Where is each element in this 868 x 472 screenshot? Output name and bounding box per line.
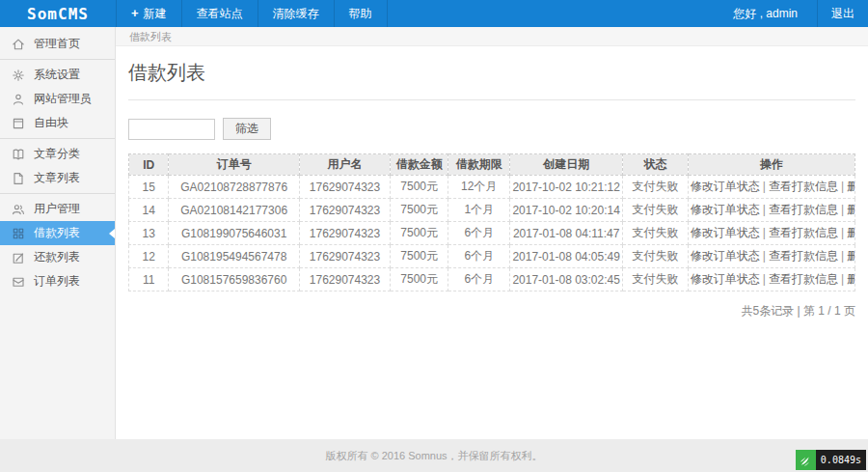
- cell-order_no: G108195494567478: [169, 245, 300, 268]
- action-separator: |: [841, 203, 844, 216]
- sidebar-group-4: 用户管理借款列表还款列表订单列表: [0, 194, 115, 296]
- sidebar-item-label: 网站管理员: [34, 91, 92, 107]
- cell-amount: 7500元: [391, 245, 448, 268]
- table-body: 15GA02108728877876176290743237500元12个月20…: [129, 176, 855, 292]
- menu-item-label: 帮助: [349, 7, 372, 20]
- action-view-payment-info[interactable]: 查看打款信息: [769, 180, 838, 193]
- sidebar-item[interactable]: 文章分类: [0, 142, 115, 166]
- sidebar-item[interactable]: 用户管理: [0, 197, 115, 221]
- sidebar-item[interactable]: 自由块: [0, 111, 115, 135]
- sidebar-item-label: 系统设置: [34, 67, 80, 83]
- action-separator: |: [763, 226, 766, 239]
- user-icon: [12, 93, 25, 106]
- filter-button[interactable]: 筛选: [223, 118, 271, 140]
- sidebar: 管理首页系统设置网站管理员自由块文章分类文章列表用户管理借款列表还款列表订单列表: [0, 27, 116, 439]
- copyright-text: 版权所有 © 2016 Somnus，并保留所有权利。: [325, 449, 542, 463]
- cell-amount: 7500元: [391, 199, 448, 222]
- menu-item-2[interactable]: 查看站点: [181, 0, 258, 27]
- sidebar-item-label: 文章分类: [34, 146, 80, 162]
- action-separator: |: [841, 180, 844, 193]
- column-header: 创建日期: [510, 154, 623, 176]
- action-view-payment-info[interactable]: 查看打款信息: [769, 272, 838, 286]
- sidebar-item[interactable]: 系统设置: [0, 63, 115, 87]
- filter-row: 筛选: [128, 118, 855, 140]
- menu-item-label: 清除缓存: [273, 7, 319, 20]
- column-header: 借款期限: [448, 154, 510, 176]
- grid-icon: [12, 227, 25, 240]
- action-edit-order-status[interactable]: 修改订单状态: [691, 249, 760, 263]
- title-divider: [128, 99, 855, 100]
- render-time: 0.0849s: [816, 450, 866, 470]
- menu-item-3[interactable]: 清除缓存: [258, 0, 334, 27]
- cell-actions: 修改订单状态|查看打款信息|删除订单: [688, 268, 854, 292]
- cell-term: 1个月: [448, 199, 510, 222]
- cell-amount: 7500元: [391, 268, 448, 292]
- filter-input[interactable]: [128, 119, 215, 140]
- action-edit-order-status[interactable]: 修改订单状态: [691, 226, 760, 239]
- cell-id: 15: [129, 176, 169, 199]
- action-delete-order[interactable]: 删除订单: [847, 272, 854, 286]
- sidebar-item-label: 文章列表: [34, 170, 80, 186]
- cell-username: 17629074323: [299, 222, 390, 245]
- menu-item-1[interactable]: +新建: [116, 0, 181, 27]
- sidebar-item[interactable]: 网站管理员: [0, 87, 115, 111]
- action-separator: |: [763, 272, 766, 286]
- action-view-payment-info[interactable]: 查看打款信息: [769, 249, 838, 263]
- sidebar-item-label: 订单列表: [34, 273, 80, 290]
- sidebar-group-3: 文章分类文章列表: [0, 139, 115, 194]
- cell-status: 支付失败: [623, 222, 689, 245]
- plus-icon: +: [131, 6, 139, 20]
- cell-term: 6个月: [448, 245, 510, 268]
- mail-icon: [12, 275, 25, 289]
- action-separator: |: [763, 180, 766, 193]
- cell-created: 2017-01-08 04:11:47: [510, 222, 623, 245]
- logout-button[interactable]: 退出: [817, 0, 868, 27]
- cell-order_no: GA02108728877876: [169, 176, 300, 199]
- cell-username: 17629074323: [299, 245, 390, 268]
- app-logo[interactable]: SomCMS: [0, 0, 116, 27]
- cell-actions: 修改订单状态|查看打款信息|删除订单: [688, 222, 854, 245]
- action-edit-order-status[interactable]: 修改订单状态: [691, 272, 760, 286]
- sidebar-item[interactable]: 文章列表: [0, 166, 115, 190]
- sidebar-item[interactable]: 管理首页: [0, 32, 115, 56]
- cell-id: 11: [129, 268, 169, 292]
- action-edit-order-status[interactable]: 修改订单状态: [691, 180, 760, 193]
- action-view-payment-info[interactable]: 查看打款信息: [769, 203, 838, 216]
- action-separator: |: [763, 203, 766, 216]
- cell-amount: 7500元: [391, 222, 448, 245]
- debug-badge[interactable]: 0.0849s: [796, 450, 866, 470]
- user-greeting: 您好 , admin: [714, 0, 817, 27]
- sidebar-item[interactable]: 还款列表: [0, 245, 115, 269]
- cell-status: 支付失败: [623, 268, 689, 292]
- column-header: 操作: [688, 154, 854, 176]
- layout: 管理首页系统设置网站管理员自由块文章分类文章列表用户管理借款列表还款列表订单列表…: [0, 27, 868, 439]
- footer: 版权所有 © 2016 Somnus，并保留所有权利。: [0, 439, 868, 472]
- action-view-payment-info[interactable]: 查看打款信息: [769, 226, 838, 239]
- action-delete-order[interactable]: 删除订单: [847, 180, 854, 193]
- topbar-menu: +新建查看站点清除缓存帮助: [116, 0, 388, 27]
- sidebar-item[interactable]: 借款列表: [0, 221, 115, 245]
- action-edit-order-status[interactable]: 修改订单状态: [691, 203, 760, 216]
- cell-actions: 修改订单状态|查看打款信息|删除订单: [688, 176, 854, 199]
- main-area: 借款列表 借款列表 筛选 ID订单号用户名借款金额借款期限创建日期状态操作 15…: [116, 27, 868, 439]
- thinkphp-logo-icon: [796, 450, 816, 470]
- cell-status: 支付失败: [623, 245, 689, 268]
- action-separator: |: [841, 226, 844, 239]
- action-delete-order[interactable]: 删除订单: [847, 203, 854, 216]
- cell-term: 12个月: [448, 176, 510, 199]
- sidebar-item[interactable]: 订单列表: [0, 269, 115, 293]
- loan-table: ID订单号用户名借款金额借款期限创建日期状态操作 15GA02108728877…: [128, 153, 855, 292]
- column-header: 状态: [623, 154, 689, 176]
- column-header: ID: [129, 154, 169, 176]
- action-delete-order[interactable]: 删除订单: [847, 226, 854, 239]
- home-icon: [12, 38, 25, 51]
- cell-actions: 修改订单状态|查看打款信息|删除订单: [688, 199, 854, 222]
- cell-created: 2017-01-08 03:02:45: [510, 268, 623, 292]
- block-icon: [12, 117, 25, 130]
- action-separator: |: [763, 249, 766, 263]
- action-delete-order[interactable]: 删除订单: [847, 249, 854, 263]
- column-header: 订单号: [169, 154, 300, 176]
- cell-order_no: G108199075646031: [169, 222, 300, 245]
- page-title: 借款列表: [128, 60, 855, 86]
- menu-item-4[interactable]: 帮助: [334, 0, 388, 27]
